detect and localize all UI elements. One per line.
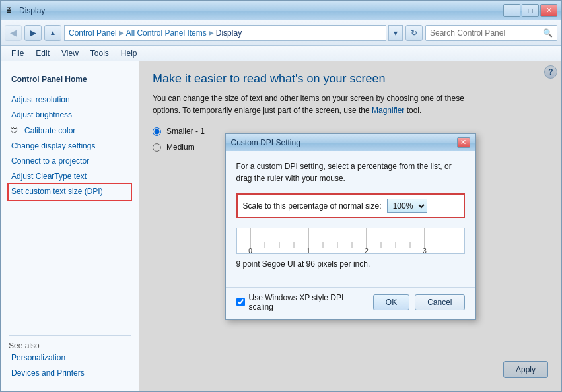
ruler-svg: 0 1 2 3	[237, 228, 464, 254]
content-area: Control Panel Home Adjust resolution Adj…	[1, 61, 561, 391]
close-button[interactable]: ✕	[540, 4, 557, 17]
modal-overlay: Custom DPI Setting ✕ For a custom DPI se…	[139, 61, 561, 391]
svg-text:3: 3	[423, 247, 427, 254]
sidebar-spacer	[1, 204, 139, 326]
search-input[interactable]	[430, 28, 540, 38]
sidebar-cleartype[interactable]: Adjust ClearType text	[9, 169, 131, 184]
menu-tools[interactable]: Tools	[85, 48, 114, 59]
address-dropdown[interactable]: ▾	[388, 25, 403, 41]
sidebar-links: Adjust resolution Adjust brightness 🛡 Ca…	[9, 92, 131, 199]
main-panel: ? Make it easier to read what's on your …	[139, 61, 561, 391]
breadcrumb-all-items[interactable]: All Control Panel Items	[126, 28, 207, 38]
dpi-info-text: 9 point Segoe UI at 96 pixels per inch.	[236, 259, 465, 269]
modal-cancel-button[interactable]: Cancel	[415, 294, 464, 310]
sidebar-divider	[9, 335, 131, 336]
xp-style-checkbox[interactable]	[236, 298, 245, 306]
ruler-container[interactable]: 0 1 2 3	[236, 228, 465, 254]
title-bar: 🖥 Display ─ □ ✕	[1, 1, 561, 20]
main-window: 🖥 Display ─ □ ✕ ◀ ▶ ▲ Control Panel ▶ Al…	[0, 0, 562, 392]
menu-view[interactable]: View	[56, 48, 84, 59]
modal-buttons: OK Cancel	[373, 294, 465, 310]
breadcrumb-display: Display	[216, 28, 242, 38]
sidebar-change-display[interactable]: Change display settings	[9, 139, 131, 154]
xp-style-label: Use Windows XP style DPI scaling	[249, 293, 368, 311]
modal-close-button[interactable]: ✕	[457, 137, 470, 148]
maximize-button[interactable]: □	[522, 4, 539, 17]
title-bar-controls: ─ □ ✕	[503, 4, 557, 17]
modal-ok-button[interactable]: OK	[373, 294, 409, 310]
sidebar-adjust-resolution[interactable]: Adjust resolution	[9, 92, 131, 108]
address-bar: Control Panel ▶ All Control Panel Items …	[64, 25, 386, 41]
dpi-input-label: Scale to this percentage of normal size:	[243, 201, 382, 211]
sidebar-calibrate-color[interactable]: Calibrate color	[22, 123, 78, 139]
breadcrumb-sep1: ▶	[119, 29, 124, 36]
toolbar: ◀ ▶ ▲ Control Panel ▶ All Control Panel …	[1, 20, 561, 46]
modal-body: For a custom DPI setting, select a perce…	[226, 151, 475, 287]
svg-text:0: 0	[248, 247, 252, 254]
menu-file[interactable]: File	[6, 48, 29, 59]
svg-text:2: 2	[365, 247, 369, 254]
sidebar-see-also: See also Personalization Devices and Pri…	[1, 326, 139, 385]
title-bar-left: 🖥 Display	[5, 5, 45, 16]
menu-bar: File Edit View Tools Help	[1, 46, 561, 61]
window-icon: 🖥	[5, 5, 15, 16]
svg-rect-0	[237, 228, 464, 254]
menu-help[interactable]: Help	[116, 48, 143, 59]
menu-edit[interactable]: Edit	[30, 48, 55, 59]
sidebar-calibrate-row: 🛡 Calibrate color	[9, 123, 131, 139]
breadcrumb-sep2: ▶	[209, 29, 214, 36]
modal-title-bar: Custom DPI Setting ✕	[226, 134, 475, 151]
sidebar-devices-printers[interactable]: Devices and Printers	[9, 366, 131, 381]
modal-title: Custom DPI Setting	[231, 138, 300, 147]
sidebar-main-section: Control Panel Home Adjust resolution Adj…	[1, 68, 139, 204]
search-box: 🔍	[425, 25, 557, 41]
dpi-input-row: Scale to this percentage of normal size:…	[236, 193, 465, 218]
modal-footer: Use Windows XP style DPI scaling OK Canc…	[226, 287, 475, 319]
refresh-button[interactable]: ↻	[405, 25, 423, 41]
sidebar-personalization[interactable]: Personalization	[9, 350, 131, 366]
search-icon: 🔍	[543, 28, 553, 38]
sidebar-adjust-brightness[interactable]: Adjust brightness	[9, 108, 131, 123]
sidebar-connect-projector[interactable]: Connect to a projector	[9, 154, 131, 169]
sidebar: Control Panel Home Adjust resolution Adj…	[1, 61, 139, 391]
see-also-title: See also	[9, 341, 40, 350]
window-title: Display	[19, 6, 45, 15]
custom-dpi-dialog: Custom DPI Setting ✕ For a custom DPI se…	[225, 133, 476, 320]
dpi-select[interactable]: 100% 75% 125% 150%	[387, 199, 427, 213]
modal-description: For a custom DPI setting, select a perce…	[236, 160, 465, 184]
breadcrumb-control-panel[interactable]: Control Panel	[69, 28, 117, 38]
sidebar-control-panel-home[interactable]: Control Panel Home	[9, 72, 131, 87]
back-button[interactable]: ◀	[5, 25, 22, 41]
up-button[interactable]: ▲	[44, 25, 61, 41]
sidebar-custom-dpi[interactable]: Set custom text size (DPI)	[9, 184, 131, 199]
forward-button[interactable]: ▶	[24, 25, 42, 41]
svg-text:1: 1	[306, 247, 310, 254]
shield-icon: 🛡	[9, 125, 19, 136]
xp-style-row: Use Windows XP style DPI scaling	[236, 293, 368, 311]
minimize-button[interactable]: ─	[503, 4, 520, 17]
